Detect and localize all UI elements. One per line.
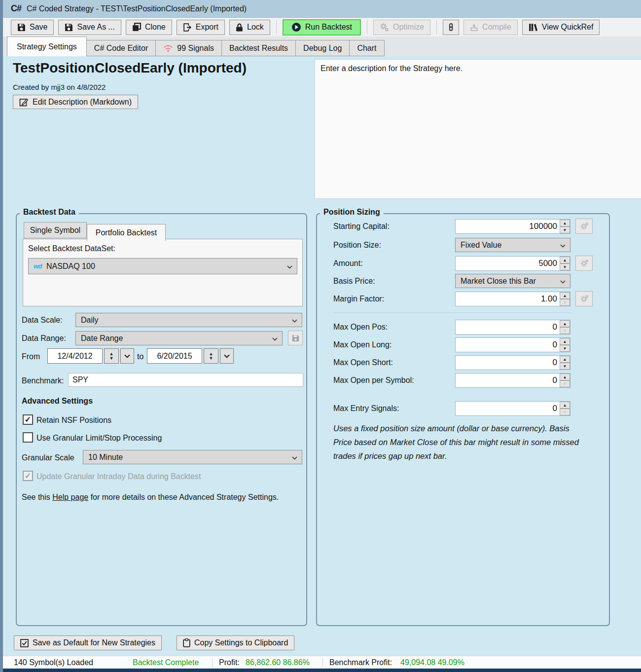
- retain-nsf-checkbox[interactable]: [23, 414, 33, 425]
- position-size-label: Position Size:: [333, 241, 381, 250]
- lock-label: Lock: [247, 23, 264, 32]
- compile-icon: [470, 23, 478, 31]
- from-date-calendar-dropdown[interactable]: [120, 348, 134, 364]
- benchmark-label: Benchmark:: [22, 376, 64, 385]
- spin-up-icon[interactable]: ▲: [560, 356, 570, 363]
- export-button[interactable]: Export: [177, 20, 225, 35]
- status-bar: 140 Symbol(s) Loaded Backtest Complete P…: [3, 656, 641, 669]
- run-backtest-button[interactable]: Run Backtest: [283, 19, 361, 36]
- help-page-link[interactable]: Help page: [52, 493, 88, 501]
- export-icon: [183, 23, 192, 32]
- tab-label: Portfolio Backtest: [96, 228, 157, 237]
- max-entry-signals-label: Max Entry Signals:: [333, 404, 399, 413]
- dataset-value: NASDAQ 100: [46, 262, 95, 271]
- starting-capital-settings-button[interactable]: [575, 219, 593, 234]
- spin-down-icon[interactable]: ▼: [560, 327, 570, 334]
- to-date-calendar-dropdown[interactable]: [220, 348, 234, 364]
- tab-chart[interactable]: Chart: [350, 40, 384, 56]
- spin-down-icon[interactable]: ▼: [560, 409, 570, 415]
- amount-input[interactable]: 5000: [456, 257, 560, 270]
- granular-scale-dropdown[interactable]: 10 Minute: [83, 450, 302, 464]
- max-open-pos-input[interactable]: 0: [456, 320, 560, 334]
- link-button[interactable]: [443, 20, 459, 35]
- from-date-input[interactable]: 12/4/2012: [47, 348, 103, 364]
- title-bar: C# C# Coded Strategy - TEST\TestPosition…: [3, 0, 641, 18]
- tab-label: Chart: [357, 44, 376, 53]
- retain-nsf-label: Retain NSF Positions: [36, 416, 111, 425]
- compile-button[interactable]: Compile: [463, 20, 518, 35]
- max-entry-signals-input[interactable]: 0: [456, 402, 560, 415]
- position-size-dropdown[interactable]: Fixed Value: [455, 238, 570, 252]
- save-as-button[interactable]: Save As ...: [58, 20, 121, 35]
- edit-description-button[interactable]: Edit Description (Markdown): [13, 95, 138, 109]
- spin-up-icon[interactable]: ▲: [560, 338, 570, 345]
- spin-down-icon[interactable]: ▼: [560, 345, 570, 352]
- tab-single-symbol[interactable]: Single Symbol: [24, 222, 87, 238]
- granular-limit-checkbox[interactable]: [23, 432, 33, 443]
- tab-code-editor[interactable]: C# Code Editor: [87, 40, 156, 56]
- save-default-button[interactable]: Save as Default for New Strategies: [14, 635, 162, 650]
- spin-up-icon[interactable]: ▲: [560, 257, 570, 263]
- clone-button[interactable]: Clone: [126, 20, 172, 35]
- max-open-per-symbol-input[interactable]: 0: [456, 373, 560, 387]
- tab-strategy-settings[interactable]: Strategy Settings: [7, 37, 87, 56]
- profit-label: Profit:: [219, 656, 240, 669]
- chevron-down-icon: [272, 334, 278, 343]
- run-backtest-label: Run Backtest: [305, 23, 352, 32]
- tab-portfolio-backtest[interactable]: Portfolio Backtest: [87, 224, 166, 241]
- spin-down-icon: ▼: [109, 356, 114, 361]
- tab-debug-log[interactable]: Debug Log: [296, 40, 350, 56]
- spin-down-icon[interactable]: ▼: [560, 263, 570, 270]
- spin-up-icon[interactable]: ▲: [560, 402, 570, 409]
- save-button[interactable]: Save: [11, 20, 54, 35]
- help-text: See this: [22, 493, 52, 501]
- data-range-label: Data Range:: [22, 334, 66, 343]
- benchmark-input[interactable]: SPY: [68, 373, 303, 387]
- chevron-down-icon: [224, 354, 230, 358]
- margin-factor-input[interactable]: 1.00: [456, 292, 560, 306]
- description-text: Enter a description for the Strategy her…: [320, 64, 463, 73]
- optimize-button[interactable]: Optimize: [373, 20, 430, 35]
- chain-link-icon: [448, 23, 454, 31]
- max-open-long-label: Max Open Long:: [333, 340, 392, 349]
- spin-down-icon[interactable]: ▼: [560, 226, 570, 233]
- spin-down-icon[interactable]: ▼: [560, 380, 570, 387]
- play-circle-icon: [291, 22, 301, 32]
- toolbar: Save Save As ... Clone Export Lock Run B…: [3, 18, 641, 37]
- position-sizing-group-title: Position Sizing: [320, 208, 384, 217]
- basis-price-dropdown[interactable]: Market Close this Bar: [455, 274, 570, 288]
- to-date-input[interactable]: 6/20/2015: [147, 348, 202, 364]
- spin-up-icon[interactable]: ▲: [560, 220, 570, 226]
- data-range-dropdown[interactable]: Date Range: [75, 331, 283, 345]
- spin-up-icon[interactable]: ▲: [560, 292, 570, 299]
- copy-settings-label: Copy Settings to Clipboard: [194, 638, 288, 647]
- basis-price-value: Market Close this Bar: [461, 277, 536, 286]
- margin-factor-settings-button[interactable]: [575, 291, 593, 306]
- max-open-long-input[interactable]: 0: [456, 338, 560, 352]
- clone-label: Clone: [145, 23, 166, 32]
- max-open-short-input[interactable]: 0: [456, 356, 560, 370]
- description-textarea[interactable]: Enter a description for the Strategy her…: [315, 59, 641, 199]
- copy-settings-button[interactable]: Copy Settings to Clipboard: [177, 635, 294, 650]
- spin-up-icon[interactable]: ▲: [560, 373, 570, 380]
- spin-up-icon[interactable]: ▲: [560, 320, 570, 327]
- checked-box-icon: [20, 639, 29, 647]
- data-scale-dropdown[interactable]: Daily: [75, 313, 302, 327]
- save-data-range-button[interactable]: [288, 331, 303, 345]
- amount-settings-button[interactable]: [575, 256, 593, 271]
- starting-capital-label: Starting Capital:: [333, 222, 390, 231]
- to-date-spinner[interactable]: ▲▼: [204, 348, 218, 364]
- spin-down-icon: ▼: [209, 356, 214, 361]
- starting-capital-input[interactable]: 100000: [456, 220, 560, 233]
- tab-backtest-results[interactable]: Backtest Results: [222, 40, 296, 56]
- view-quickref-button[interactable]: View QuickRef: [522, 20, 600, 35]
- spin-down-icon[interactable]: ▼: [560, 299, 570, 306]
- from-date-spinner[interactable]: ▲▼: [104, 348, 119, 364]
- save-as-label: Save As ...: [77, 23, 114, 32]
- pencil-square-icon: [19, 98, 29, 107]
- dataset-dropdown[interactable]: wd NASDAQ 100: [28, 258, 297, 274]
- tab-signals[interactable]: 99 Signals: [156, 40, 222, 56]
- lock-button[interactable]: Lock: [229, 20, 270, 35]
- spin-down-icon[interactable]: ▼: [560, 363, 570, 370]
- data-scale-label: Data Scale:: [22, 316, 63, 325]
